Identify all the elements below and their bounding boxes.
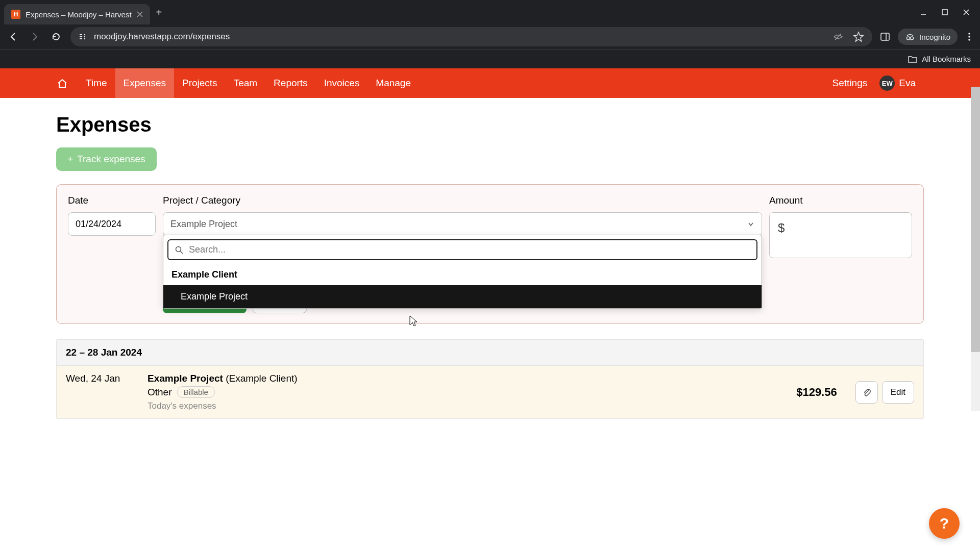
back-button[interactable] — [6, 30, 20, 44]
page-title: Expenses — [56, 113, 924, 136]
close-tab-icon[interactable] — [137, 11, 143, 17]
expense-date: Wed, 24 Jan — [66, 373, 137, 384]
billable-badge: Billable — [177, 386, 215, 398]
url-bar[interactable]: moodjoy.harvestapp.com/expenses — [70, 27, 872, 46]
mouse-cursor-icon — [408, 315, 419, 328]
browser-toolbar: moodjoy.harvestapp.com/expenses Incognit… — [0, 24, 980, 49]
svg-point-13 — [968, 39, 970, 41]
dropdown-group-label: Example Client — [163, 264, 762, 285]
eye-off-icon[interactable] — [832, 31, 844, 42]
help-button[interactable]: ? — [929, 508, 960, 539]
nav-expenses[interactable]: Expenses — [115, 68, 174, 98]
track-expenses-label: Track expenses — [77, 154, 145, 165]
incognito-badge[interactable]: Incognito — [898, 29, 958, 45]
amount-input[interactable]: $ — [769, 212, 912, 258]
bookmarks-bar: All Bookmarks — [0, 49, 980, 68]
svg-rect-3 — [80, 38, 82, 39]
favicon: H — [11, 10, 20, 19]
browser-tab[interactable]: H Expenses – Moodjoy – Harvest — [4, 4, 150, 24]
browser-chrome: H Expenses – Moodjoy – Harvest + moodjoy… — [0, 0, 980, 68]
date-input[interactable] — [68, 212, 156, 236]
forward-button[interactable] — [28, 30, 42, 44]
nav-settings[interactable]: Settings — [824, 68, 876, 98]
svg-point-11 — [968, 33, 970, 35]
nav-projects[interactable]: Projects — [174, 68, 226, 98]
expense-list: 22 – 28 Jan 2024 Wed, 24 Jan Example Pro… — [56, 339, 924, 419]
currency-prefix: $ — [778, 221, 785, 235]
minimize-icon[interactable] — [920, 9, 927, 16]
svg-rect-0 — [942, 10, 947, 15]
svg-point-14 — [176, 246, 181, 252]
svg-point-5 — [84, 36, 85, 37]
incognito-label: Incognito — [919, 33, 950, 41]
incognito-icon — [905, 32, 915, 42]
expense-amount: $129.56 — [796, 386, 837, 399]
attachment-button[interactable] — [855, 381, 878, 404]
home-icon[interactable] — [56, 77, 68, 89]
dropdown-option[interactable]: Example Project — [163, 285, 762, 308]
amount-label: Amount — [769, 195, 912, 206]
side-panel-icon[interactable] — [879, 31, 891, 42]
svg-rect-7 — [881, 33, 889, 40]
svg-rect-2 — [80, 36, 82, 37]
chevron-down-icon — [747, 220, 754, 228]
all-bookmarks-link[interactable]: All Bookmarks — [922, 55, 971, 63]
expense-details: Example Project (Example Client) Other B… — [148, 373, 786, 411]
bookmarks-folder-icon[interactable] — [908, 54, 918, 64]
nav-time[interactable]: Time — [78, 68, 115, 98]
scrollbar[interactable] — [971, 87, 980, 411]
menu-icon[interactable] — [965, 32, 974, 41]
svg-point-6 — [84, 38, 85, 39]
project-select[interactable]: Example Project — [163, 212, 762, 236]
paperclip-icon — [862, 387, 872, 397]
expense-project: Example Project (Example Client) — [148, 373, 786, 384]
expense-client-suffix: (Example Client) — [226, 373, 297, 384]
search-icon — [175, 245, 184, 255]
maximize-icon[interactable] — [941, 9, 948, 16]
page-content: Expenses + Track expenses Date Project /… — [0, 98, 980, 434]
bookmark-star-icon[interactable] — [853, 31, 864, 42]
dropdown-search-input[interactable] — [189, 244, 750, 255]
tab-title: Expenses – Moodjoy – Harvest — [26, 10, 132, 19]
tab-bar: H Expenses – Moodjoy – Harvest + — [0, 0, 980, 24]
url-text: moodjoy.harvestapp.com/expenses — [94, 32, 230, 42]
project-dropdown: Example Client Example Project — [163, 235, 762, 309]
svg-point-12 — [968, 36, 970, 38]
nav-team[interactable]: Team — [226, 68, 265, 98]
edit-button[interactable]: Edit — [882, 381, 914, 404]
expense-row: Wed, 24 Jan Example Project (Example Cli… — [57, 366, 923, 418]
svg-point-10 — [911, 37, 914, 40]
svg-point-4 — [84, 34, 85, 35]
dropdown-search — [167, 239, 757, 260]
avatar[interactable]: EW — [879, 76, 895, 91]
svg-point-9 — [907, 37, 910, 40]
week-header: 22 – 28 Jan 2024 — [57, 340, 923, 366]
project-selected-value: Example Project — [170, 219, 237, 230]
expense-form: Date Project / Category Example Project — [56, 184, 924, 324]
user-name[interactable]: Eva — [899, 68, 924, 98]
track-expenses-button[interactable]: + Track expenses — [56, 147, 157, 171]
expense-category: Other — [148, 387, 172, 398]
site-settings-icon[interactable] — [79, 32, 88, 41]
expense-note: Today's expenses — [148, 401, 786, 411]
nav-manage[interactable]: Manage — [368, 68, 419, 98]
nav-invoices[interactable]: Invoices — [316, 68, 368, 98]
date-label: Date — [68, 195, 156, 206]
close-window-icon[interactable] — [963, 9, 970, 16]
expense-project-name: Example Project — [148, 373, 223, 384]
project-label: Project / Category — [163, 195, 762, 206]
new-tab-button[interactable]: + — [156, 7, 162, 18]
reload-button[interactable] — [49, 30, 63, 44]
svg-rect-1 — [80, 34, 82, 35]
plus-icon: + — [67, 154, 73, 165]
scrollbar-thumb[interactable] — [971, 87, 980, 352]
window-controls — [920, 9, 976, 16]
app-nav: Time Expenses Projects Team Reports Invo… — [0, 68, 980, 98]
nav-reports[interactable]: Reports — [265, 68, 316, 98]
